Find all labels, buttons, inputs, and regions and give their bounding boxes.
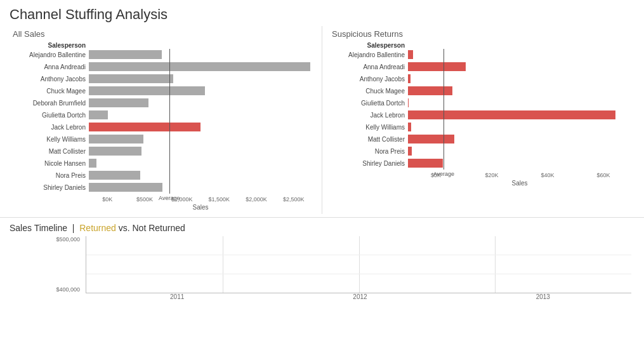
- bar-row: Anna Andreadi: [332, 61, 631, 72]
- all-sales-axis-label: Sales: [89, 204, 312, 211]
- chart-divider: [322, 26, 322, 214]
- timeline-grid-line: [359, 236, 360, 293]
- bar-row: Shirley Daniels: [13, 182, 312, 193]
- bar-fill: [89, 123, 200, 131]
- bar-fill: [89, 159, 96, 168]
- bar-area: [408, 123, 631, 131]
- all-sales-col-header: Salesperson: [13, 42, 89, 49]
- x-axis-tick: $2,500K: [275, 196, 312, 203]
- bar-area: [89, 183, 312, 192]
- timeline-x-label: 2012: [268, 293, 451, 300]
- bar-row: Anna Andreadi: [13, 61, 312, 72]
- bar-row: Anthony Jacobs: [13, 73, 312, 84]
- x-axis-tick: $40K: [520, 172, 575, 178]
- bar-area: [89, 123, 312, 131]
- bar-fill: [89, 171, 140, 180]
- bar-fill: [408, 123, 411, 131]
- all-sales-subtitle: All Sales: [13, 29, 312, 39]
- bar-fill: [408, 159, 443, 168]
- bar-label: Nora Preis: [13, 172, 89, 179]
- bar-label: Kelly Williams: [332, 124, 408, 131]
- bar-fill: [89, 147, 141, 156]
- x-axis-tick: $2,000K: [238, 196, 275, 203]
- bar-fill: [89, 98, 148, 107]
- bar-area: [408, 86, 631, 95]
- bar-area: [89, 62, 312, 71]
- bar-fill: [408, 50, 413, 59]
- suspicious-x-axis: $0K$20K$40K$60K: [408, 172, 631, 178]
- bar-area: [89, 147, 312, 156]
- bar-row: Anthony Jacobs: [332, 73, 631, 84]
- timeline-h-grid-line: [86, 255, 631, 255]
- bar-area: [408, 135, 631, 143]
- timeline-x-labels: 201120122013: [86, 293, 634, 300]
- bar-label: Anna Andreadi: [13, 63, 89, 70]
- bar-label: Shirley Daniels: [332, 160, 408, 167]
- charts-row: All Sales Salesperson Alejandro Ballenti…: [0, 26, 644, 214]
- avg-line: [444, 49, 444, 170]
- x-axis-tick: $20K: [464, 172, 520, 178]
- bar-label: Giulietta Dortch: [332, 100, 408, 107]
- bar-label: Nora Preis: [332, 148, 408, 155]
- bar-area: [89, 110, 312, 119]
- bar-fill: [89, 62, 310, 71]
- bar-row: Kelly Williams: [332, 121, 631, 133]
- bar-row: Deborah Brumfield: [13, 97, 312, 109]
- bar-fill: [89, 50, 162, 59]
- timeline-chart: $500,000 $400,000: [86, 236, 631, 293]
- bar-fill: [89, 183, 162, 192]
- bar-label: Jack Lebron: [13, 124, 89, 131]
- page-title: Channel Stuffing Analysis: [0, 0, 644, 26]
- x-axis-tick: $60K: [575, 172, 631, 178]
- all-sales-rows: Alejandro BallentineAnna AndreadiAnthony…: [13, 49, 312, 194]
- all-sales-chart: Salesperson Alejandro BallentineAnna And…: [13, 42, 312, 211]
- bar-row: Giulietta Dortch: [13, 109, 312, 121]
- x-axis-tick: $500K: [126, 196, 164, 203]
- bar-fill: [89, 74, 173, 83]
- bar-label: Chuck Magee: [332, 88, 408, 95]
- bar-label: Deborah Brumfield: [13, 100, 89, 107]
- bar-area: [408, 62, 631, 71]
- bar-row: Matt Collister: [13, 145, 312, 157]
- bar-row: Alejandro Ballentine: [332, 49, 631, 60]
- bar-label: Nicole Hansen: [13, 160, 89, 167]
- bar-label: Anthony Jacobs: [332, 76, 408, 83]
- bar-fill: [408, 135, 454, 143]
- suspicious-returns-section: Suspicious Returns Salesperson Alejandro…: [325, 26, 638, 214]
- timeline-y-label-bottom: $400,000: [45, 286, 80, 293]
- bar-fill: [408, 62, 466, 71]
- timeline-section: Sales Timeline | Returned vs. Not Return…: [0, 217, 644, 303]
- bar-area: [89, 159, 312, 168]
- bar-row: Chuck Magee: [332, 85, 631, 97]
- bar-label: Alejandro Ballentine: [332, 51, 408, 58]
- bar-label: Shirley Daniels: [13, 184, 89, 191]
- bar-area: [89, 135, 312, 143]
- bar-area: [89, 86, 312, 95]
- bar-row: Alejandro Ballentine: [13, 49, 312, 60]
- bar-fill: [89, 86, 205, 95]
- x-axis-tick: $1,000K: [163, 196, 200, 203]
- timeline-x-label: 2011: [86, 293, 268, 300]
- bar-area: [89, 50, 312, 59]
- timeline-grid-line: [495, 236, 496, 293]
- bar-area: [408, 159, 631, 168]
- suspicious-returns-subtitle: Suspicious Returns: [332, 29, 631, 39]
- timeline-title: Sales Timeline | Returned vs. Not Return…: [10, 223, 634, 233]
- bar-label: Alejandro Ballentine: [13, 51, 89, 58]
- x-axis-tick: $1,500K: [200, 196, 238, 203]
- bar-area: [408, 147, 631, 156]
- suspicious-axis-label: Sales: [408, 180, 631, 187]
- bar-fill: [408, 98, 409, 107]
- bar-area: [89, 74, 312, 83]
- suspicious-returns-chart: Salesperson Alejandro BallentineAnna And…: [332, 42, 631, 187]
- all-sales-header: Salesperson: [13, 42, 312, 49]
- bar-label: Matt Collister: [13, 148, 89, 155]
- bar-row: Nicole Hansen: [13, 157, 312, 169]
- vs-label: vs. Not Returned: [119, 223, 185, 233]
- bar-row: Chuck Magee: [13, 85, 312, 97]
- bar-row: Nora Preis: [332, 145, 631, 157]
- bar-area: [408, 110, 631, 119]
- bar-label: Jack Lebron: [332, 112, 408, 119]
- bar-row: Jack Lebron: [13, 121, 312, 133]
- suspicious-rows: Alejandro BallentineAnna AndreadiAnthony…: [332, 49, 631, 170]
